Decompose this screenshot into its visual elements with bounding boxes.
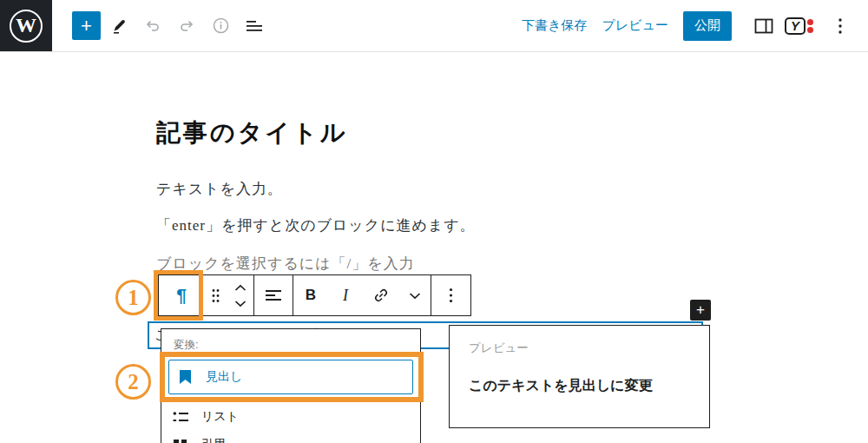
text-align-button[interactable] — [254, 275, 293, 315]
publish-button[interactable]: 公開 — [683, 11, 732, 41]
yoast-seo-icon: Y — [785, 17, 806, 35]
wordpress-logo-ring: W — [10, 10, 43, 43]
block-inserter-toggle-button[interactable]: + — [72, 11, 101, 40]
block-mover — [227, 275, 253, 315]
undo-icon — [143, 17, 162, 36]
settings-sidebar-toggle-button[interactable] — [748, 10, 779, 42]
transform-item-label: 引用 — [201, 437, 226, 443]
drag-handle[interactable] — [204, 275, 227, 315]
redo-button[interactable] — [171, 10, 202, 42]
more-vertical-icon — [449, 288, 453, 303]
transform-to-quote-item[interactable]: 引用 — [161, 431, 420, 443]
more-formatting-button[interactable] — [399, 275, 431, 315]
move-up-button[interactable] — [234, 280, 247, 295]
info-icon — [212, 17, 230, 35]
change-block-type-button[interactable]: ¶ — [159, 275, 204, 315]
yoast-dot-bottom — [807, 27, 813, 33]
list-view-icon — [246, 19, 263, 33]
chevron-down-icon — [409, 292, 421, 300]
drag-handle-icon — [212, 288, 220, 303]
yoast-dot-top — [807, 19, 813, 25]
chevron-up-icon — [234, 284, 247, 292]
block-toolbar: ¶ — [158, 274, 471, 316]
chevron-down-icon — [234, 300, 247, 307]
sidebar-panel-icon — [754, 18, 773, 34]
paragraph-block-2[interactable]: 「enter」を押すと次のブロックに進めます。 — [156, 215, 476, 235]
quote-icon — [172, 439, 189, 443]
annotation-step1-number: 1 — [115, 280, 151, 315]
preview-panel-label: プレビュー — [450, 326, 709, 356]
pencil-icon — [110, 17, 128, 35]
wordpress-logo[interactable]: W — [0, 0, 52, 51]
paragraph-block-1[interactable]: テキストを入力。 — [156, 179, 283, 199]
undo-button[interactable] — [137, 10, 168, 42]
post-title-field[interactable]: 記事のタイトル — [156, 116, 347, 149]
list-icon — [172, 411, 189, 423]
preview-heading-text: このテキストを見出しに変更 — [450, 356, 709, 395]
more-vertical-icon — [838, 17, 843, 35]
link-icon — [372, 287, 390, 304]
yoast-seo-button[interactable]: Y — [785, 17, 813, 35]
add-block-button[interactable]: + — [690, 300, 711, 321]
link-button[interactable] — [363, 275, 399, 315]
options-menu-button[interactable] — [825, 10, 856, 42]
save-draft-button[interactable]: 下書き保存 — [522, 17, 587, 34]
redo-icon — [177, 17, 196, 36]
preview-button[interactable]: プレビュー — [602, 17, 668, 34]
transform-block-menu: 変換: 見出し リスト — [161, 328, 421, 443]
move-down-button[interactable] — [234, 295, 247, 311]
wordpress-block-editor: W + — [0, 0, 868, 443]
editor-top-bar: W + — [0, 0, 868, 52]
transform-to-heading-item[interactable]: 見出し — [168, 360, 413, 394]
bold-button[interactable]: B — [293, 275, 328, 315]
transform-item-label: 見出し — [206, 369, 242, 385]
header-right-actions: 下書き保存 プレビュー 公開 Y — [522, 10, 868, 42]
heading-bookmark-icon — [176, 369, 194, 385]
italic-button[interactable]: I — [328, 275, 363, 315]
wordpress-logo-letter: W — [16, 15, 36, 37]
block-options-button[interactable] — [431, 275, 470, 315]
edit-mode-pencil-button[interactable] — [103, 10, 135, 42]
transform-to-list-item[interactable]: リスト — [161, 403, 420, 431]
transform-preview-panel: プレビュー このテキストを見出しに変更 — [449, 325, 710, 428]
annotation-step2-number: 2 — [115, 364, 151, 400]
transform-item-label: リスト — [201, 409, 239, 425]
empty-paragraph-placeholder[interactable]: ブロックを選択するには「/」を入力 — [156, 254, 415, 274]
yoast-status-dots — [807, 18, 813, 34]
details-button[interactable] — [205, 10, 236, 42]
transform-menu-label: 変換: — [161, 329, 420, 358]
align-left-icon — [265, 289, 282, 301]
list-view-button[interactable] — [239, 10, 270, 42]
